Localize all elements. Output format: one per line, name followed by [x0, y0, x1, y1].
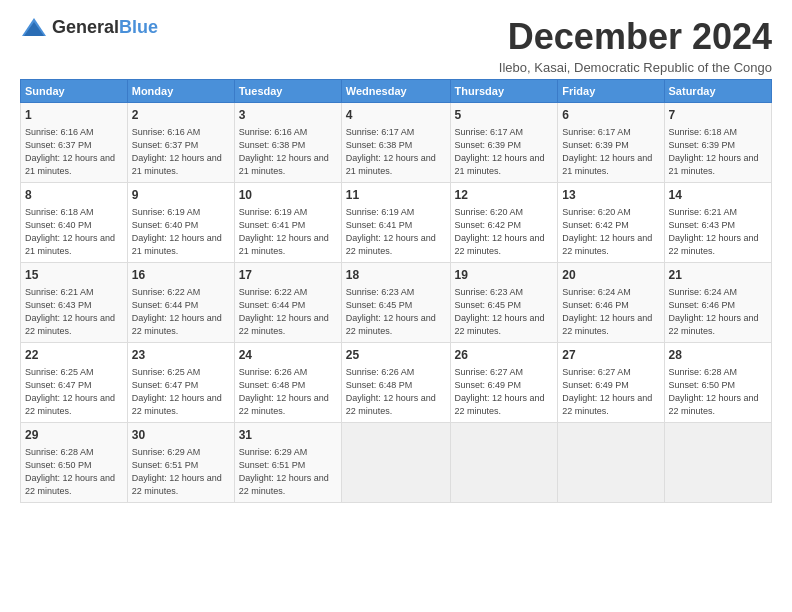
calendar-table: Sunday Monday Tuesday Wednesday Thursday…	[20, 79, 772, 503]
header-saturday: Saturday	[664, 80, 771, 103]
day-18: 18 Sunrise: 6:23 AMSunset: 6:45 PMDaylig…	[341, 262, 450, 342]
empty-cell-4	[664, 422, 771, 502]
day-23: 23 Sunrise: 6:25 AMSunset: 6:47 PMDaylig…	[127, 342, 234, 422]
location-subtitle: Ilebo, Kasai, Democratic Republic of the…	[499, 60, 772, 75]
day-8: 8 Sunrise: 6:18 AMSunset: 6:40 PMDayligh…	[21, 182, 128, 262]
week-1: 1 Sunrise: 6:16 AMSunset: 6:37 PMDayligh…	[21, 103, 772, 183]
logo: GeneralBlue	[20, 16, 158, 38]
empty-cell-1	[341, 422, 450, 502]
day-31: 31 Sunrise: 6:29 AMSunset: 6:51 PMDaylig…	[234, 422, 341, 502]
day-30: 30 Sunrise: 6:29 AMSunset: 6:51 PMDaylig…	[127, 422, 234, 502]
day-7: 7 Sunrise: 6:18 AMSunset: 6:39 PMDayligh…	[664, 103, 771, 183]
page: GeneralBlue December 2024 Ilebo, Kasai, …	[0, 0, 792, 612]
logo-blue: Blue	[119, 17, 158, 37]
header-sunday: Sunday	[21, 80, 128, 103]
day-13: 13 Sunrise: 6:20 AMSunset: 6:42 PMDaylig…	[558, 182, 664, 262]
day-15: 15 Sunrise: 6:21 AMSunset: 6:43 PMDaylig…	[21, 262, 128, 342]
day-20: 20 Sunrise: 6:24 AMSunset: 6:46 PMDaylig…	[558, 262, 664, 342]
day-10: 10 Sunrise: 6:19 AMSunset: 6:41 PMDaylig…	[234, 182, 341, 262]
header-monday: Monday	[127, 80, 234, 103]
empty-cell-2	[450, 422, 558, 502]
week-3: 15 Sunrise: 6:21 AMSunset: 6:43 PMDaylig…	[21, 262, 772, 342]
week-5: 29 Sunrise: 6:28 AMSunset: 6:50 PMDaylig…	[21, 422, 772, 502]
empty-cell-3	[558, 422, 664, 502]
day-6: 6 Sunrise: 6:17 AMSunset: 6:39 PMDayligh…	[558, 103, 664, 183]
day-2: 2 Sunrise: 6:16 AMSunset: 6:37 PMDayligh…	[127, 103, 234, 183]
day-4: 4 Sunrise: 6:17 AMSunset: 6:38 PMDayligh…	[341, 103, 450, 183]
logo-general: General	[52, 17, 119, 37]
day-21: 21 Sunrise: 6:24 AMSunset: 6:46 PMDaylig…	[664, 262, 771, 342]
day-17: 17 Sunrise: 6:22 AMSunset: 6:44 PMDaylig…	[234, 262, 341, 342]
day-12: 12 Sunrise: 6:20 AMSunset: 6:42 PMDaylig…	[450, 182, 558, 262]
logo-icon	[20, 16, 48, 38]
day-24: 24 Sunrise: 6:26 AMSunset: 6:48 PMDaylig…	[234, 342, 341, 422]
week-2: 8 Sunrise: 6:18 AMSunset: 6:40 PMDayligh…	[21, 182, 772, 262]
day-28: 28 Sunrise: 6:28 AMSunset: 6:50 PMDaylig…	[664, 342, 771, 422]
day-1: 1 Sunrise: 6:16 AMSunset: 6:37 PMDayligh…	[21, 103, 128, 183]
title-section: December 2024 Ilebo, Kasai, Democratic R…	[499, 16, 772, 75]
day-3: 3 Sunrise: 6:16 AMSunset: 6:38 PMDayligh…	[234, 103, 341, 183]
day-22: 22 Sunrise: 6:25 AMSunset: 6:47 PMDaylig…	[21, 342, 128, 422]
day-25: 25 Sunrise: 6:26 AMSunset: 6:48 PMDaylig…	[341, 342, 450, 422]
day-14: 14 Sunrise: 6:21 AMSunset: 6:43 PMDaylig…	[664, 182, 771, 262]
logo-text: GeneralBlue	[52, 17, 158, 38]
header-thursday: Thursday	[450, 80, 558, 103]
day-27: 27 Sunrise: 6:27 AMSunset: 6:49 PMDaylig…	[558, 342, 664, 422]
day-5: 5 Sunrise: 6:17 AMSunset: 6:39 PMDayligh…	[450, 103, 558, 183]
day-16: 16 Sunrise: 6:22 AMSunset: 6:44 PMDaylig…	[127, 262, 234, 342]
header-tuesday: Tuesday	[234, 80, 341, 103]
week-4: 22 Sunrise: 6:25 AMSunset: 6:47 PMDaylig…	[21, 342, 772, 422]
header: GeneralBlue December 2024 Ilebo, Kasai, …	[20, 16, 772, 75]
header-wednesday: Wednesday	[341, 80, 450, 103]
day-29: 29 Sunrise: 6:28 AMSunset: 6:50 PMDaylig…	[21, 422, 128, 502]
day-26: 26 Sunrise: 6:27 AMSunset: 6:49 PMDaylig…	[450, 342, 558, 422]
month-title: December 2024	[499, 16, 772, 58]
header-friday: Friday	[558, 80, 664, 103]
calendar-header-row: Sunday Monday Tuesday Wednesday Thursday…	[21, 80, 772, 103]
day-9: 9 Sunrise: 6:19 AMSunset: 6:40 PMDayligh…	[127, 182, 234, 262]
day-11: 11 Sunrise: 6:19 AMSunset: 6:41 PMDaylig…	[341, 182, 450, 262]
day-19: 19 Sunrise: 6:23 AMSunset: 6:45 PMDaylig…	[450, 262, 558, 342]
